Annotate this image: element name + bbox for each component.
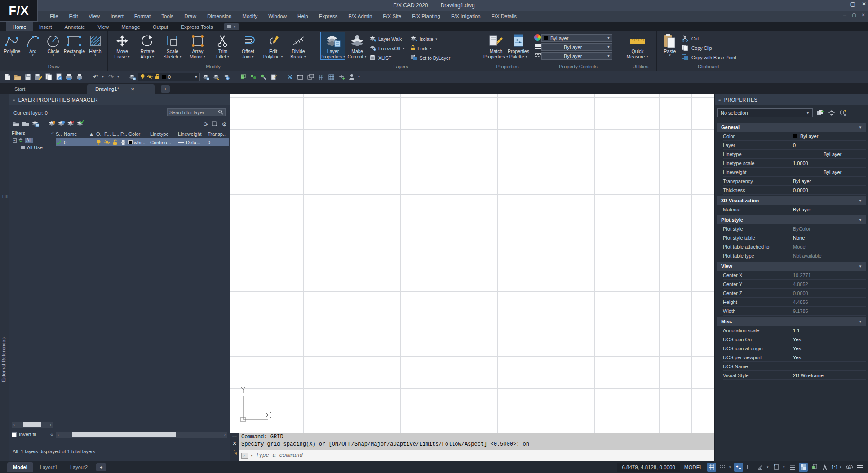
menu-f-x-planting[interactable]: F/X Planting [407, 12, 445, 20]
curlayer-icon[interactable] [76, 120, 84, 128]
dynamic-input-icon[interactable]: + [734, 463, 743, 472]
lock-button[interactable]: Lock▼ [410, 44, 450, 53]
quick-button[interactable]: QuickMeasure▼ [626, 32, 649, 59]
gridbox-icon[interactable] [327, 72, 336, 81]
section-3d-visualization[interactable]: 3D Visualization▼ [717, 196, 866, 205]
layerfreeze-icon[interactable] [222, 72, 231, 81]
array-button[interactable]: ArrayMirror▼ [185, 32, 210, 59]
chevron-down-icon[interactable]: ▼ [783, 466, 786, 469]
section-plot-style[interactable]: Plot style▼ [717, 215, 866, 224]
minimize-icon[interactable]: ─ [840, 1, 844, 7]
panel-draw-label[interactable]: Draw [0, 63, 107, 71]
circle-button[interactable]: Circle▼ [43, 32, 64, 57]
chevron-down-icon[interactable]: ▼ [766, 466, 770, 469]
property-row-layer[interactable]: Layer0 [723, 141, 866, 150]
printer-icon[interactable] [65, 72, 74, 81]
menu-f-x-irrigation[interactable]: F/X Irrigation [446, 12, 486, 20]
lpm-header[interactable]: ≡ LAYER PROPERTIES MANAGER [9, 94, 230, 105]
column-transp[interactable]: Transp.. [208, 131, 227, 137]
grid-display-icon[interactable] [707, 463, 716, 472]
chevron-down-icon[interactable]: ▼ [102, 76, 105, 78]
layout-tab-layout1[interactable]: Layout1 [34, 462, 63, 472]
menu-f-x-admin[interactable]: F/X Admin [343, 12, 377, 20]
properties-button[interactable]: PropertiesPalette▼ [507, 32, 530, 59]
property-row-linetype-scale[interactable]: Linetype scale1.0000 [723, 159, 866, 168]
user-icon[interactable] [347, 72, 356, 81]
column-lineweight[interactable]: Lineweight [178, 131, 208, 137]
command-dropdown-icon[interactable]: ▼ [250, 454, 253, 457]
ribbon-tab-express-tools[interactable]: Express Tools [174, 22, 219, 31]
copy-clip-button[interactable]: Copy Clip [681, 44, 736, 52]
clipedit-icon[interactable] [269, 72, 278, 81]
layer-search-input[interactable]: Search for layer [167, 108, 226, 116]
openfolder-icon[interactable] [13, 72, 22, 81]
layer-thaw-icon[interactable] [147, 74, 153, 80]
filters-scrollbar[interactable]: ‹› [12, 422, 53, 428]
property-row-height[interactable]: Height4.4856 [723, 298, 866, 307]
ortho-mode-icon[interactable] [745, 463, 754, 472]
lineweight-dropdown[interactable]: ByLayer▼ [541, 43, 612, 51]
panel-modify-label[interactable]: Modify [108, 63, 319, 71]
xlock-icon[interactable] [285, 72, 294, 81]
isodraft-icon[interactable] [772, 463, 781, 472]
menu-window[interactable]: Window [263, 12, 292, 20]
gridplus-icon[interactable]: + [316, 72, 325, 81]
cut-button[interactable]: Cut [681, 35, 736, 43]
panel-properties-label[interactable]: Properties [483, 63, 532, 71]
tab-close-icon[interactable]: ✕ [131, 87, 134, 92]
newlayer1-icon[interactable] [48, 120, 55, 128]
property-row-plot-table-attached-to[interactable]: Plot table attached toModel [723, 242, 866, 251]
tab-drawing1[interactable]: Drawing1* ✕ [87, 84, 155, 94]
property-row-visual-style[interactable]: Visual Style2D Wireframe [723, 371, 866, 380]
palette-menu-icon[interactable]: ≡ [718, 98, 721, 102]
menu-insert[interactable]: Insert [106, 12, 128, 20]
annotation-visibility-icon[interactable] [820, 463, 829, 472]
menu-view[interactable]: View [84, 12, 105, 20]
tab-start[interactable]: Start [6, 84, 69, 94]
layer-control-dropdown[interactable]: 0 ▼ [138, 73, 200, 81]
maximize-icon[interactable]: ▢ [850, 1, 855, 7]
panel-layers-label[interactable]: Layers [319, 63, 483, 71]
section-misc[interactable]: Misc▼ [717, 317, 866, 326]
menu-modify[interactable]: Modify [237, 12, 262, 20]
menu-f-x-site[interactable]: F/X Site [378, 12, 406, 20]
property-row-linetype[interactable]: LinetypeByLayer [723, 150, 866, 159]
arc-button[interactable]: Arc▼ [22, 32, 43, 57]
layerstack-icon[interactable] [128, 72, 137, 81]
selection-cycling-icon[interactable] [810, 463, 819, 472]
linetype-dropdown[interactable]: ByLayer▼ [541, 52, 612, 60]
copypage-icon[interactable] [44, 72, 53, 81]
layerstate-icon[interactable] [31, 120, 39, 128]
object-color-dropdown[interactable]: ByLayer▼ [541, 34, 612, 42]
ribbon-tab-manage[interactable]: Manage [115, 22, 146, 31]
ribbon-tab-output[interactable]: Output [146, 22, 175, 31]
command-history[interactable]: Command: GRID Specify grid spacing(X) or… [239, 433, 714, 450]
save-icon[interactable] [23, 72, 32, 81]
layer-table-header[interactable]: S..Name▲O..F...L...P...ColorLinetypeLine… [56, 129, 229, 138]
ribbon-tab-extra-button[interactable]: ▼ [224, 23, 239, 30]
panel-utilities-label[interactable]: Utilities [624, 63, 656, 71]
property-row-center-y[interactable]: Center Y4.8052 [723, 280, 866, 289]
select-objects-icon[interactable] [828, 109, 835, 116]
property-row-transparency[interactable]: TransparencyByLayer [723, 177, 866, 186]
property-row-plot-style-table[interactable]: Plot style tableNone [723, 233, 866, 242]
property-row-material[interactable]: MaterialByLayer [723, 205, 866, 214]
column-color[interactable]: Color [128, 131, 150, 137]
property-row-center-x[interactable]: Center X10.2771 [723, 271, 866, 280]
property-row-ucs-icon-on[interactable]: UCS icon OnYes [723, 335, 866, 344]
layout-tab-model[interactable]: Model [7, 462, 33, 472]
property-row-plot-table-type[interactable]: Plot table typeNot available [723, 251, 866, 260]
doc-restore-icon[interactable]: ▢ [852, 13, 856, 18]
refresh-icon[interactable]: ⟳ [203, 121, 208, 128]
annotation-scale-display[interactable]: 1:1▼ [831, 464, 843, 470]
snap-mode-icon[interactable] [718, 463, 727, 472]
property-row-ucs-name[interactable]: UCS Name [723, 362, 866, 371]
menu-express[interactable]: Express [314, 12, 343, 20]
greenwrench-icon[interactable] [259, 72, 268, 81]
ribbon-tab-view[interactable]: View [92, 22, 115, 31]
palette-grip[interactable]: ||||| [2, 194, 7, 197]
greencubes-icon[interactable] [248, 72, 257, 81]
greencube-icon[interactable] [238, 72, 247, 81]
chevron-down-icon[interactable]: ▼ [195, 76, 198, 79]
layer-on-icon[interactable] [140, 74, 145, 80]
